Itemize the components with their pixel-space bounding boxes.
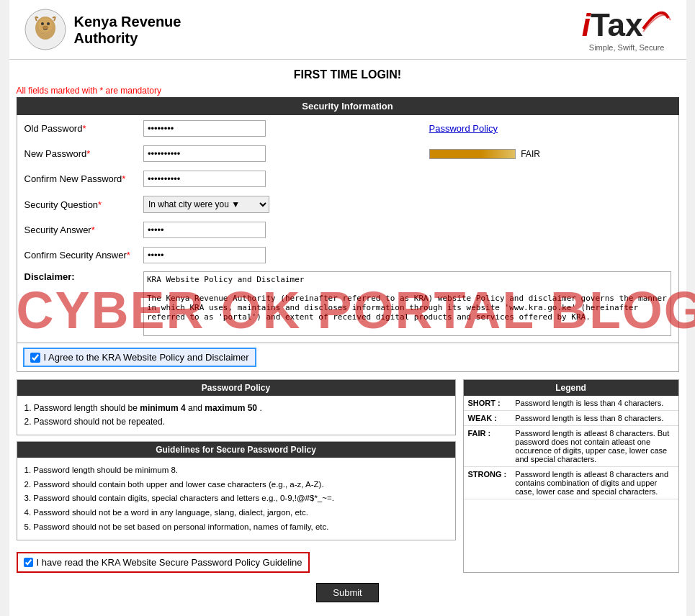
legend-strong: STRONG : Password length is atleast 8 ch… <box>464 467 678 499</box>
agree-section: I Agree to the KRA Website Policy and Di… <box>17 343 679 372</box>
guideline-4: 4. Password should not be a word in any … <box>24 506 448 520</box>
password-policy-link[interactable]: Password Policy <box>429 123 498 134</box>
guidelines-content: 1. Password length should be minimum 8. … <box>17 458 455 540</box>
security-answer-label: Security Answer* <box>19 218 136 242</box>
security-question-row: Security Question* In what city were you… <box>19 192 677 217</box>
page-title: FIRST TIME LOGIN! <box>9 68 686 81</box>
legend-box: Legend SHORT : Password length is less t… <box>463 379 679 573</box>
confirm-answer-input[interactable] <box>143 247 266 263</box>
guideline-5: 5. Password should not be set based on p… <box>24 520 448 535</box>
read-policy-section: I have read the KRA Website Secure Passw… <box>17 546 456 573</box>
password-strength-label: FAIR <box>521 149 540 159</box>
legend-weak-key: WEAK : <box>464 411 511 426</box>
legend-fair-key: FAIR : <box>464 426 511 467</box>
old-password-label: Old Password* <box>19 117 136 140</box>
policy-rule-2: 2. Password should not be repeated. <box>24 415 448 429</box>
agree-text: I Agree to the KRA Website Policy and Di… <box>44 352 249 363</box>
page-header: Kenya Revenue Authority i Tax Simple, Sw… <box>9 0 686 60</box>
legend-weak-desc: Password length is less than 8 character… <box>511 411 678 426</box>
svg-point-5 <box>42 26 48 30</box>
password-policy-content: 1. Password length should be minimum 4 a… <box>17 396 455 435</box>
submit-button[interactable]: Submit <box>316 583 378 602</box>
disclaimer-textbox[interactable] <box>143 271 671 336</box>
password-policy-box: Password Policy 1. Password length shoul… <box>17 379 456 435</box>
agree-checkbox[interactable] <box>30 353 40 363</box>
security-question-label: Security Question* <box>19 192 136 217</box>
disclaimer-label: Disclaimer: <box>19 268 136 341</box>
itax-swoosh-icon <box>636 0 672 36</box>
kra-name-line2: Authority <box>74 30 181 47</box>
security-answer-row: Security Answer* <box>19 218 677 242</box>
legend-weak: WEAK : Password length is less than 8 ch… <box>464 411 678 426</box>
legend-table: SHORT : Password length is less than 4 c… <box>464 396 678 499</box>
guidelines-box: Guidelines for Secure Password Policy 1.… <box>17 441 456 540</box>
read-policy-checkbox[interactable] <box>24 558 33 567</box>
legend-strong-key: STRONG : <box>464 467 511 499</box>
new-password-label: New Password* <box>19 142 136 166</box>
security-form-table: Old Password* Password Policy New Passwo… <box>17 115 679 343</box>
security-section-header: Security Information <box>17 97 679 115</box>
kra-logo: Kenya Revenue Authority <box>24 8 181 51</box>
read-policy-text: I have read the KRA Website Secure Passw… <box>37 557 302 568</box>
security-question-select[interactable]: In what city were you ▼ <box>143 196 269 213</box>
disclaimer-row: Disclaimer: <box>19 268 677 341</box>
new-password-input[interactable] <box>143 145 266 162</box>
itax-logo: i Tax Simple, Swift, Secure <box>582 7 672 52</box>
legend-short-key: SHORT : <box>464 396 511 411</box>
password-policy-header: Password Policy <box>17 380 455 396</box>
svg-point-3 <box>41 22 44 25</box>
bottom-section: Password Policy 1. Password length shoul… <box>17 379 679 573</box>
new-password-row: New Password* FAIR <box>19 142 677 166</box>
legend-fair-desc: Password length is atleast 8 characters.… <box>511 426 678 467</box>
guideline-1: 1. Password length should be minimum 8. <box>24 463 448 478</box>
guideline-3: 3. Password should contain digits, speci… <box>24 492 448 506</box>
old-password-input[interactable] <box>143 120 266 137</box>
legend-short: SHORT : Password length is less than 4 c… <box>464 396 678 411</box>
mandatory-note: All fields marked with * are mandatory <box>9 84 686 97</box>
policy-rule-1: 1. Password length should be minimum 4 a… <box>24 402 448 415</box>
legend-header: Legend <box>464 380 678 396</box>
read-policy-label[interactable]: I have read the KRA Website Secure Passw… <box>17 552 310 573</box>
password-strength-bar <box>429 149 516 159</box>
confirm-password-label: Confirm New Password* <box>19 167 136 191</box>
legend-short-desc: Password length is less than 4 character… <box>511 396 678 411</box>
confirm-password-row: Confirm New Password* <box>19 167 677 191</box>
old-password-row: Old Password* Password Policy <box>19 117 677 140</box>
legend-strong-desc: Password length is atleast 8 characters … <box>511 467 678 499</box>
legend-fair: FAIR : Password length is atleast 8 char… <box>464 426 678 467</box>
confirm-answer-row: Confirm Security Answer* <box>19 243 677 267</box>
security-answer-input[interactable] <box>143 222 266 238</box>
confirm-answer-label: Confirm Security Answer* <box>19 243 136 267</box>
confirm-password-input[interactable] <box>143 171 266 187</box>
left-column: Password Policy 1. Password length shoul… <box>17 379 456 573</box>
main-content: Security Information Old Password* Passw… <box>9 97 686 602</box>
kra-lion-icon <box>24 8 67 51</box>
itax-i: i <box>582 7 591 43</box>
kra-name-line1: Kenya Revenue <box>74 13 181 30</box>
submit-section: Submit <box>17 583 679 602</box>
kra-name: Kenya Revenue Authority <box>74 13 181 47</box>
itax-tagline: Simple, Swift, Secure <box>582 43 672 52</box>
guideline-2: 2. Password should contain both upper an… <box>24 478 448 492</box>
svg-point-4 <box>47 22 50 25</box>
page-title-section: FIRST TIME LOGIN! <box>9 60 686 84</box>
agree-label[interactable]: I Agree to the KRA Website Policy and Di… <box>23 348 256 367</box>
guidelines-header: Guidelines for Secure Password Policy <box>17 442 455 458</box>
